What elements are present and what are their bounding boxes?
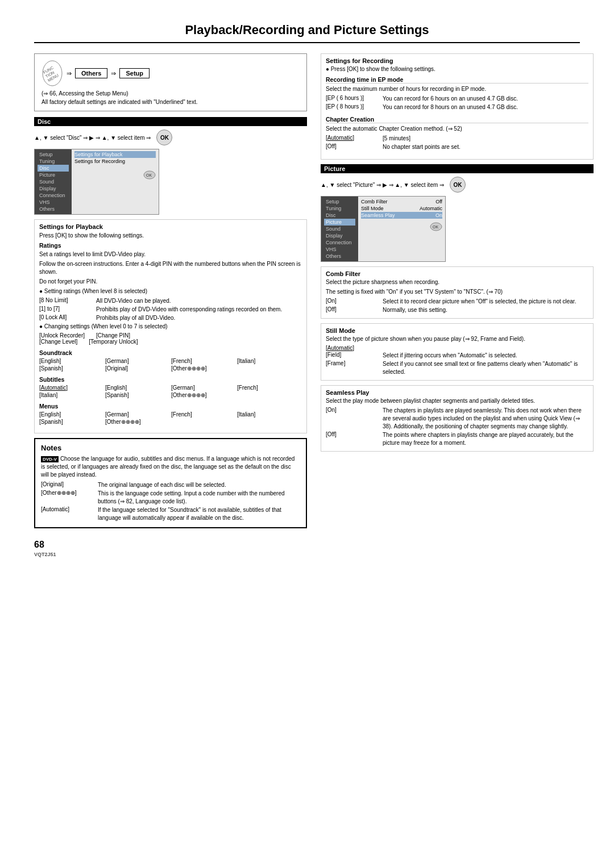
mini-r-stillmode: Still ModeAutomatic bbox=[361, 205, 442, 212]
rating-opt-1: [8 No Limit] All DVD-Video can be played… bbox=[39, 297, 302, 305]
comb-filter-desc1: Select the picture sharpness when record… bbox=[326, 278, 588, 286]
rating-opt-1-desc: All DVD-Video can be played. bbox=[96, 297, 302, 305]
others-button[interactable]: Others bbox=[75, 68, 107, 78]
chapter-creation-desc: Select the automatic Chapter Creation me… bbox=[326, 125, 588, 133]
ratings-desc1: Set a ratings level to limit DVD-Video p… bbox=[39, 251, 302, 258]
notes-box: Notes DVD-VChoose the language for audio… bbox=[34, 438, 307, 528]
subtitles-title: Subtitles bbox=[39, 376, 302, 383]
sub-opt-italian: [Italian] bbox=[39, 392, 104, 398]
mini-menu-r-tuning: Tuning bbox=[324, 205, 355, 212]
still-field-label: [Field] bbox=[326, 352, 383, 360]
comb-filter-title: Comb Filter bbox=[326, 270, 588, 277]
menus-options: [English] [German] [French] [Italian] [S… bbox=[39, 411, 302, 425]
ep8-option: [EP ( 8 hours )] You can record for 8 ho… bbox=[326, 103, 588, 111]
ok-button-picture[interactable]: OK bbox=[450, 177, 466, 193]
temporary-unlock: [Temporary Unlock] bbox=[89, 339, 138, 345]
playback-title: Settings for Playback bbox=[39, 223, 302, 230]
menu-opt-german: [German] bbox=[105, 411, 170, 418]
disc-select-row: ▲, ▼ select "Disc" ⇒ ▶ ⇒ ▲, ▼ select ite… bbox=[34, 130, 307, 145]
still-frame-option: [Frame] Select if you cannot see small t… bbox=[326, 360, 588, 376]
notes-opt-automatic-desc: If the language selected for "Soundtrack… bbox=[98, 506, 300, 522]
menu-opt-spanish: [Spanish] bbox=[39, 419, 104, 425]
ratings-desc3: Do not forget your PIN. bbox=[39, 278, 302, 286]
seamless-off-label: [Off] bbox=[326, 431, 383, 447]
disc-header: Disc bbox=[34, 117, 307, 126]
svg-text:OK: OK bbox=[146, 173, 152, 177]
picture-select-row: ▲, ▼ select "Picture" ⇒ ▶ ⇒ ▲, ▼ select … bbox=[321, 177, 594, 193]
ep6-option: [EP ( 6 hours )] You can record for 6 ho… bbox=[326, 95, 588, 103]
chap-automatic-desc: [5 minutes] bbox=[383, 135, 588, 143]
picture-header: Picture bbox=[321, 164, 594, 173]
ok-icon-small-right: OK bbox=[430, 222, 442, 231]
notes-opt-other: [Other⊕⊕⊕⊕] This is the language code se… bbox=[41, 490, 300, 506]
ok-button-disc[interactable]: OK bbox=[156, 130, 172, 145]
dvd-badge: DVD-V bbox=[41, 456, 59, 462]
left-column: FUNC TION MENU ⇒ Others ⇒ Setup (⇒ 66, A… bbox=[34, 53, 307, 557]
right-column: Settings for Recording ● Press [OK] to s… bbox=[321, 53, 594, 557]
comb-on-option: [On] Select it to record clear picture w… bbox=[326, 298, 588, 306]
seamless-play-desc: Select the play mode between playlist ch… bbox=[326, 397, 588, 405]
mini-menu-r-picture: Picture bbox=[324, 219, 355, 226]
sub-opt-french: [French] bbox=[237, 385, 302, 391]
soundtrack-subsection: Soundtrack [English] [German] [French] [… bbox=[39, 349, 302, 372]
rating-opt-3-desc: Prohibits play of all DVD-Video. bbox=[96, 314, 302, 322]
comb-on-label: [On] bbox=[326, 298, 383, 306]
notes-main-text: DVD-VChoose the language for audio, subt… bbox=[41, 455, 300, 479]
nav-arrow-2: ⇒ bbox=[111, 70, 116, 77]
settings-playback-section: Settings for Playback Press [OK] to show… bbox=[34, 219, 307, 433]
st-opt-german: [German] bbox=[105, 358, 170, 364]
mini-menu-r-sound: Sound bbox=[324, 226, 355, 232]
nav-caption-2: All factory default settings are indicat… bbox=[42, 99, 300, 105]
comb-off-option: [Off] Normally, use this setting. bbox=[326, 306, 588, 314]
notes-title: Notes bbox=[41, 444, 300, 452]
menus-title: Menus bbox=[39, 403, 302, 410]
function-menu-icon: FUNC TION MENU bbox=[42, 60, 63, 87]
st-opt-spanish: [Spanish] bbox=[39, 365, 104, 372]
page-title: Playback/Recording and Picture Settings bbox=[34, 23, 580, 43]
mini-menu-right: Setup Tuning Disc Picture Sound Display … bbox=[321, 197, 358, 261]
change-level: [Change Level] bbox=[39, 339, 77, 345]
still-mode-title: Still Mode bbox=[326, 327, 588, 334]
soundtrack-options: [English] [German] [French] [Italian] [S… bbox=[39, 358, 302, 372]
mini-menu-left: Setup Tuning Disc Picture Sound Display … bbox=[35, 149, 72, 214]
sub-opt-spanish: [Spanish] bbox=[105, 392, 170, 398]
rating-opt-3: [0 Lock All] Prohibits play of all DVD-V… bbox=[39, 314, 302, 322]
ratings-bullet1: ● Setting ratings (When level 8 is selec… bbox=[39, 287, 302, 295]
mini-menu-item-connection: Connection bbox=[38, 192, 69, 199]
st-opt-other: [Other⊕⊕⊕⊕] bbox=[171, 365, 236, 372]
comb-filter-desc2: The setting is fixed with "On" if you se… bbox=[326, 288, 588, 296]
still-field-option: [Field] Select if jittering occurs when … bbox=[326, 352, 588, 360]
svg-text:OK: OK bbox=[433, 225, 438, 229]
nav-row: FUNC TION MENU ⇒ Others ⇒ Setup bbox=[42, 60, 300, 87]
mini-menu-r-disc: Disc bbox=[324, 212, 355, 219]
notes-opt-other-label: [Other⊕⊕⊕⊕] bbox=[41, 490, 98, 506]
still-frame-desc: Select if you cannot see small text or f… bbox=[383, 360, 588, 376]
st-opt-french: [French] bbox=[171, 358, 236, 364]
ratings-bullet2: ● Changing settings (When level 0 to 7 i… bbox=[39, 323, 302, 331]
mini-menu-item-disc: Disc bbox=[38, 165, 69, 172]
still-frame-label: [Frame] bbox=[326, 360, 383, 376]
comb-filter-section: Comb Filter Select the picture sharpness… bbox=[321, 266, 594, 319]
menus-subsection: Menus [English] [German] [French] [Itali… bbox=[39, 403, 302, 425]
setup-button[interactable]: Setup bbox=[119, 68, 150, 78]
mini-menu-item-sound: Sound bbox=[38, 178, 69, 185]
chapter-creation-subsection: Chapter Creation Select the automatic Ch… bbox=[326, 116, 588, 151]
mini-content-playback: Settings for Playback bbox=[74, 151, 156, 158]
recording-press-ok: ● Press [OK] to show the following setti… bbox=[326, 65, 588, 73]
chap-automatic-label: [Automatic] bbox=[326, 135, 383, 143]
disc-select-text: ▲, ▼ select "Disc" ⇒ ▶ ⇒ ▲, ▼ select ite… bbox=[34, 135, 151, 141]
rating-opt-2-label: [1] to [7] bbox=[39, 306, 96, 314]
ok-icon-small: OK bbox=[143, 170, 156, 180]
notes-opt-original-label: [Original] bbox=[41, 481, 98, 489]
notes-opt-automatic-label: [Automatic] bbox=[41, 506, 98, 522]
still-automatic-label: [Automatic] bbox=[326, 345, 383, 351]
notes-opt-original: [Original] The original language of each… bbox=[41, 481, 300, 489]
nav-arrow-1: ⇒ bbox=[67, 70, 72, 77]
rating-opt-2-desc: Prohibits play of DVD-Video with corresp… bbox=[96, 306, 302, 314]
soundtrack-title: Soundtrack bbox=[39, 349, 302, 356]
notes-opt-automatic: [Automatic] If the language selected for… bbox=[41, 506, 300, 522]
notes-opt-original-desc: The original language of each disc will … bbox=[98, 481, 300, 489]
recording-title: Settings for Recording bbox=[326, 57, 588, 64]
notes-opt-other-desc: This is the language code setting. Input… bbox=[98, 490, 300, 506]
change-row: [Change Level] [Temporary Unlock] bbox=[39, 339, 302, 345]
